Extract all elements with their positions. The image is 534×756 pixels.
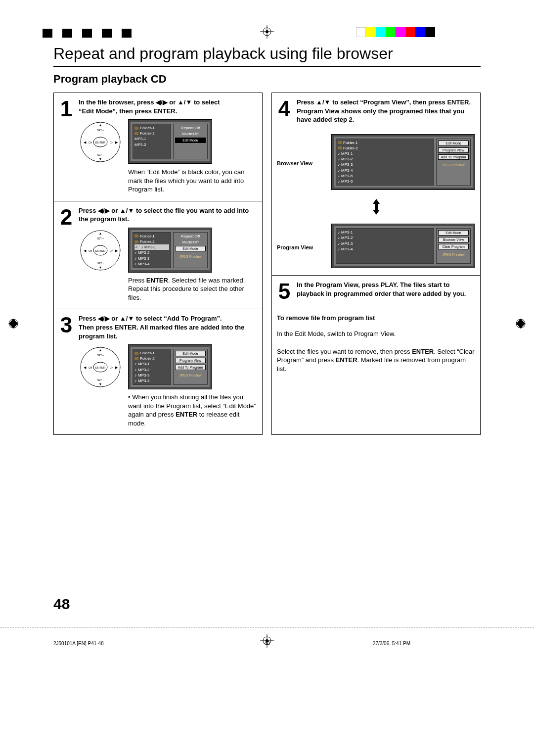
remove-p2: Select the files you want to remove, the…: [277, 347, 475, 374]
footer-left: 2J50101A [EN] P41-48: [53, 641, 104, 646]
page-number: 48: [53, 596, 70, 613]
color-bar: [356, 27, 435, 37]
browser-screen: Folder-1 Folder-2 MP3-1 MP3-2 MP3-3 MP3-…: [128, 344, 212, 389]
section-heading: Program playback CD: [53, 73, 481, 86]
dash-bar: [43, 29, 141, 38]
step-instruction: In the file browser, press ◀/▶ or ▲/▼ to…: [79, 98, 257, 115]
right-column: 4 Press ▲/▼ to select “Program View”, th…: [271, 93, 481, 435]
remove-p1: In the Edit Mode, switch to Program View…: [277, 330, 475, 338]
step-instruction: Press ▲/▼ to select “Program View”, then…: [297, 98, 475, 124]
edit-mode-button: Edit Mode: [175, 138, 206, 143]
svg-text:CH: CH: [89, 366, 92, 369]
title-rule: [53, 66, 481, 67]
svg-text:CH: CH: [110, 366, 114, 369]
svg-text:SET +: SET +: [97, 354, 104, 357]
svg-point-3: [266, 30, 268, 33]
step-description: When “Edit Mode” is black color, you can…: [128, 168, 257, 194]
step-5: 5 In the Program View, press PLAY. The f…: [272, 276, 480, 384]
program-view-screen: MP3-1 MP3-2 MP3-3 MP3-4 Edit Mode Browse…: [331, 224, 475, 268]
side-mark-left: [8, 317, 19, 332]
svg-text:SET -: SET -: [97, 378, 104, 381]
svg-text:ENTER: ENTER: [95, 249, 106, 252]
step-instruction: Press ◀/▶ or ▲/▼ to select “Add To Progr…: [79, 314, 257, 340]
left-column: 1 In the file browser, press ◀/▶ or ▲/▼ …: [53, 93, 263, 435]
svg-text:▼: ▼: [99, 266, 102, 269]
svg-text:▼: ▼: [99, 157, 102, 161]
svg-text:SET -: SET -: [97, 153, 104, 156]
browser-view-label: Browser View: [277, 160, 326, 166]
step-number: 1: [59, 98, 74, 194]
page-title: Repeat and program playback using file b…: [53, 45, 481, 63]
svg-text:▲: ▲: [99, 123, 102, 127]
edit-mode-button: Edit Mode: [175, 351, 206, 356]
svg-text:▼: ▼: [99, 382, 102, 386]
svg-text:CH: CH: [89, 249, 92, 252]
step-number: 3: [59, 314, 74, 427]
svg-text:▶: ▶: [115, 366, 118, 369]
program-view-button: Program View: [175, 358, 206, 363]
remote-icon: ENTER▲▼◀▶SET +SET -CHCH: [79, 228, 122, 273]
remote-icon: ENTER▲▼◀▶SET +SET -CHCH: [79, 119, 122, 165]
program-view-button: Program View: [438, 147, 469, 153]
step-4: 4 Press ▲/▼ to select “Program View”, th…: [272, 93, 480, 276]
svg-marker-41: [373, 199, 380, 215]
footer-right: 27/2/06, 5:41 PM: [373, 641, 410, 646]
step-3: 3 Press ◀/▶ or ▲/▼ to select “Add To Pro…: [54, 309, 262, 434]
side-mark-right: [515, 317, 526, 332]
step-number: 5: [277, 281, 292, 302]
step-number: 4: [277, 98, 292, 124]
edit-mode-button: Edit Mode: [175, 246, 206, 251]
remove-heading: To remove file from program list: [277, 314, 475, 322]
svg-text:ENTER: ENTER: [95, 366, 106, 369]
svg-text:CH: CH: [110, 141, 114, 144]
edit-mode-button: Edit Mode: [438, 141, 469, 146]
svg-text:▲: ▲: [99, 232, 102, 235]
step-description: Press ENTER. Selected file was marked. R…: [128, 276, 257, 302]
svg-text:SET +: SET +: [97, 129, 104, 132]
updown-arrow-icon: [277, 199, 475, 215]
svg-text:◀: ◀: [84, 249, 87, 252]
crosshair-icon: [260, 634, 274, 650]
browser-screen: Folder-1 Folder-2 MP3-1 MP3-2 Repeat:Off…: [128, 119, 212, 164]
svg-text:CH: CH: [89, 141, 92, 144]
svg-text:◀: ◀: [84, 366, 87, 369]
browser-screen: Folder-1 Folder-2 MP3-1 MP3-2 MP3-3 MP3-…: [128, 228, 212, 273]
svg-text:▶: ▶: [115, 141, 118, 144]
crosshair-icon: [260, 25, 274, 41]
svg-text:SET +: SET +: [97, 237, 104, 240]
step-1: 1 In the file browser, press ◀/▶ or ▲/▼ …: [54, 93, 262, 201]
step-2: 2 Press ◀/▶ or ▲/▼ to select the file yo…: [54, 201, 262, 310]
program-view-label: Program View: [277, 244, 326, 250]
svg-point-45: [266, 639, 268, 642]
step-description: • When you finish storing all the files …: [128, 393, 257, 427]
svg-text:▶: ▶: [115, 249, 118, 252]
browser-view-button: Browser View: [438, 237, 469, 242]
edit-mode-button: Edit Mode: [438, 230, 469, 236]
step-instruction: Press ◀/▶ or ▲/▼ to select the file you …: [79, 206, 257, 224]
add-to-program-button: Add To Program: [438, 154, 469, 160]
add-to-program-button: Add To Program: [175, 365, 206, 370]
step-number: 2: [59, 206, 74, 302]
svg-text:◀: ◀: [84, 141, 87, 144]
step-instruction: In the Program View, press PLAY. The fil…: [297, 281, 475, 302]
footer-rule: [0, 627, 534, 627]
svg-text:ENTER: ENTER: [95, 141, 106, 144]
remote-icon: ENTER▲▼◀▶SET +SET -CHCH: [79, 344, 122, 390]
svg-text:SET -: SET -: [97, 262, 104, 265]
clear-program-button: Clear Program: [438, 244, 469, 249]
svg-text:CH: CH: [110, 249, 114, 252]
svg-text:▲: ▲: [99, 348, 102, 352]
browser-view-screen: Folder-1 Folder-2 MP3-1 MP3-2 MP3-3 MP3-…: [331, 134, 475, 190]
